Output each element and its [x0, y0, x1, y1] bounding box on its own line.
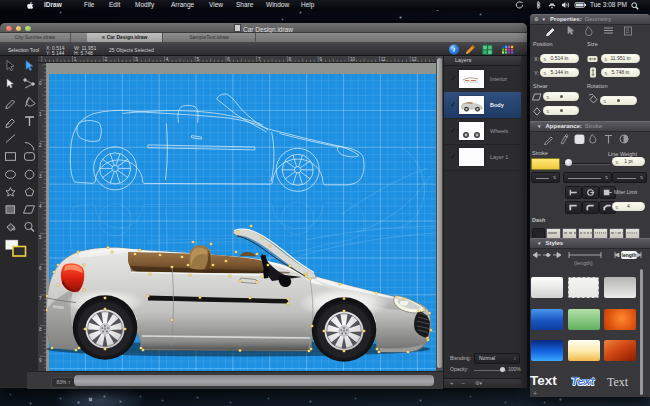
svg-text:4: 4 — [166, 57, 169, 62]
svg-text:length: length — [622, 252, 637, 258]
svg-text:5: 5 — [39, 235, 42, 240]
svg-text:6: 6 — [39, 266, 42, 271]
svg-text:i: i — [453, 46, 455, 54]
svg-text:2: 2 — [39, 143, 42, 148]
svg-text:7: 7 — [258, 57, 261, 62]
svg-text:1: 1 — [39, 112, 42, 117]
svg-text:0: 0 — [39, 81, 42, 86]
svg-text:8: 8 — [289, 57, 292, 62]
svg-text:5: 5 — [197, 57, 200, 62]
svg-text:2: 2 — [104, 57, 107, 62]
svg-text:9: 9 — [39, 358, 42, 363]
svg-text:6: 6 — [227, 57, 230, 62]
svg-text:10: 10 — [350, 57, 356, 62]
svg-text:11: 11 — [381, 57, 386, 62]
svg-text:3: 3 — [39, 174, 42, 179]
svg-text:7: 7 — [39, 296, 42, 301]
svg-text:12: 12 — [411, 57, 417, 62]
svg-text:3: 3 — [135, 57, 138, 62]
svg-text:8: 8 — [39, 327, 42, 332]
svg-text:9: 9 — [319, 57, 322, 62]
svg-text:1: 1 — [74, 57, 77, 62]
svg-text:4: 4 — [39, 204, 42, 209]
